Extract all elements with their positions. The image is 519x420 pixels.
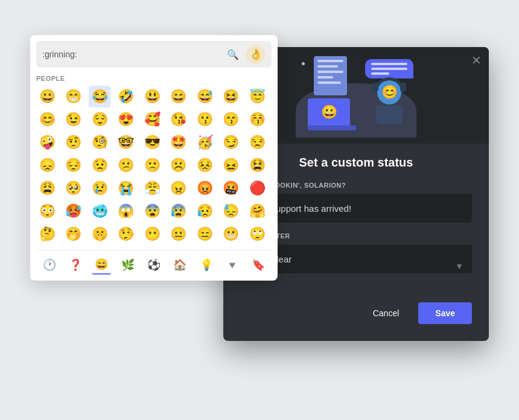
cancel-button[interactable]: Cancel	[361, 302, 412, 324]
emoji-cell[interactable]: 🤥	[115, 223, 137, 245]
graphic-chat-bubble	[365, 59, 413, 78]
emoji-cell[interactable]: 😩	[36, 177, 58, 199]
emoji-cell[interactable]: 😣	[194, 154, 215, 176]
emoji-cell[interactable]: 😔	[63, 154, 84, 176]
emoji-cell[interactable]: 😊	[36, 109, 58, 130]
emoji-cell[interactable]: 😌	[89, 109, 110, 130]
emoji-cell[interactable]: 😳	[36, 200, 58, 222]
emoji-cell[interactable]: 😂	[89, 86, 110, 107]
emoji-cell[interactable]: 😙	[220, 109, 242, 130]
symbols-icon[interactable]: ♥	[223, 255, 242, 275]
laptop-base	[308, 126, 356, 130]
star-dot	[302, 62, 305, 65]
emoji-cell[interactable]: 🤭	[63, 223, 84, 245]
emoji-cell[interactable]: 😟	[89, 154, 110, 176]
graphic-character: 😊	[371, 80, 407, 122]
emoji-cell[interactable]: 😃	[141, 86, 163, 107]
nature-icon[interactable]: 🌿	[118, 255, 138, 275]
emoji-cell[interactable]: 😆	[220, 86, 242, 107]
char-headphone	[374, 77, 404, 92]
emoji-cell[interactable]: 🤪	[36, 132, 58, 153]
emoji-cell[interactable]: 😢	[89, 177, 110, 199]
emoji-cell[interactable]: 😥	[194, 200, 215, 222]
emoji-cell[interactable]: 😏	[220, 132, 242, 153]
emoji-cell[interactable]: 😇	[246, 86, 268, 107]
char-head: 😊	[377, 80, 401, 104]
emoji-cell[interactable]: 🙄	[246, 223, 268, 245]
recent-icon[interactable]: 🕐	[40, 255, 59, 275]
emoji-cell[interactable]: 🥵	[63, 200, 84, 222]
emoji-cell[interactable]: 😕	[115, 154, 137, 176]
emoji-cell[interactable]: 😗	[194, 109, 215, 130]
emoji-cell[interactable]: 🤔	[36, 223, 58, 245]
char-ear-left	[372, 83, 378, 91]
modal-graphic-scene: 😊 😀	[296, 53, 416, 138]
emoji-cell[interactable]: 😓	[220, 200, 242, 222]
graphic-laptop: 😀	[308, 98, 356, 132]
emoji-cell[interactable]: 🤣	[115, 86, 137, 107]
emoji-search-bar: 🔍 👌	[36, 41, 272, 68]
close-button[interactable]: ✕	[471, 54, 482, 66]
emoji-cell[interactable]: 😍	[115, 109, 137, 130]
emoji-cell[interactable]: 😬	[220, 223, 242, 245]
emoji-cell[interactable]: 🤓	[115, 132, 137, 153]
emoji-cell[interactable]: 🤬	[220, 177, 242, 199]
emoji-cell[interactable]: 😶	[141, 223, 163, 245]
laptop-screen: 😀	[308, 98, 350, 126]
emoji-cell[interactable]: 😅	[194, 86, 215, 107]
emoji-cell[interactable]: 🥳	[194, 132, 215, 153]
char-ear-right	[400, 83, 406, 91]
activity-icon[interactable]: ⚽	[144, 255, 164, 275]
emoji-cell[interactable]: 😒	[246, 132, 268, 153]
emoji-picker: 🔍 👌 PEOPLE 😀😁😂🤣😃😄😅😆😇😊😉😌😍🥰😘😗😙😚🤪🤨🧐🤓😎🤩🥳😏😒😞😔…	[30, 35, 278, 281]
emoji-cell[interactable]: 😤	[141, 177, 163, 199]
graphic-doc	[314, 56, 347, 95]
save-button[interactable]: Save	[418, 302, 472, 324]
emoji-search-input[interactable]	[42, 49, 222, 59]
search-icon: 🔍	[227, 49, 239, 60]
people-icon[interactable]: 😄	[92, 255, 111, 275]
emoji-cell[interactable]: 🥶	[89, 200, 110, 222]
emoji-cell[interactable]: 😎	[141, 132, 163, 153]
emoji-cell[interactable]: 😑	[194, 223, 215, 245]
emoji-cell[interactable]: 🥺	[63, 177, 84, 199]
emoji-section-label: PEOPLE	[36, 75, 272, 82]
emoji-cell[interactable]: 😨	[141, 200, 163, 222]
emoji-grid: 😀😁😂🤣😃😄😅😆😇😊😉😌😍🥰😘😗😙😚🤪🤨🧐🤓😎🤩🥳😏😒😞😔😟😕🙁☹️😣😖😫😩🥺😢…	[36, 86, 272, 245]
emoji-cell[interactable]: 🥰	[141, 109, 163, 130]
status-text-input[interactable]	[270, 203, 465, 214]
emoji-cell[interactable]: 😘	[168, 109, 189, 130]
emoji-category-bar: 🕐❓😄🌿⚽🏠💡♥🔖	[36, 250, 272, 275]
emoji-cell[interactable]: 🔴	[246, 177, 268, 199]
emoji-cell[interactable]: 😄	[168, 86, 189, 107]
emoji-cell[interactable]: 😉	[63, 109, 84, 130]
emoji-cell[interactable]: 🤗	[246, 200, 268, 222]
custom-emoji-icon[interactable]: ❓	[66, 255, 85, 275]
ok-emoji-icon: 👌	[246, 45, 266, 64]
flags-icon[interactable]: 🔖	[249, 255, 268, 275]
emoji-cell[interactable]: 😡	[194, 177, 215, 199]
emoji-cell[interactable]: 😭	[115, 177, 137, 199]
emoji-cell[interactable]: 🙁	[141, 154, 163, 176]
emoji-cell[interactable]: ☹️	[168, 154, 189, 176]
emoji-cell[interactable]: 😠	[168, 177, 189, 199]
emoji-cell[interactable]: 😚	[246, 109, 268, 130]
emoji-cell[interactable]: 😐	[168, 223, 189, 245]
emoji-cell[interactable]: 😫	[246, 154, 268, 176]
char-body	[376, 106, 403, 124]
emoji-cell[interactable]: 😀	[36, 86, 58, 107]
emoji-cell[interactable]: 😰	[168, 200, 189, 222]
places-icon[interactable]: 🏠	[170, 255, 189, 275]
objects-icon[interactable]: 💡	[197, 255, 216, 275]
emoji-cell[interactable]: 🤫	[89, 223, 110, 245]
emoji-cell[interactable]: 😞	[36, 154, 58, 176]
modal-actions: Cancel Save	[240, 302, 472, 324]
emoji-cell[interactable]: 😖	[220, 154, 242, 176]
emoji-cell[interactable]: 🧐	[89, 132, 110, 153]
emoji-cell[interactable]: 😱	[115, 200, 137, 222]
emoji-cell[interactable]: 🤨	[63, 132, 84, 153]
emoji-cell[interactable]: 😁	[63, 86, 84, 107]
emoji-cell[interactable]: 🤩	[168, 132, 189, 153]
